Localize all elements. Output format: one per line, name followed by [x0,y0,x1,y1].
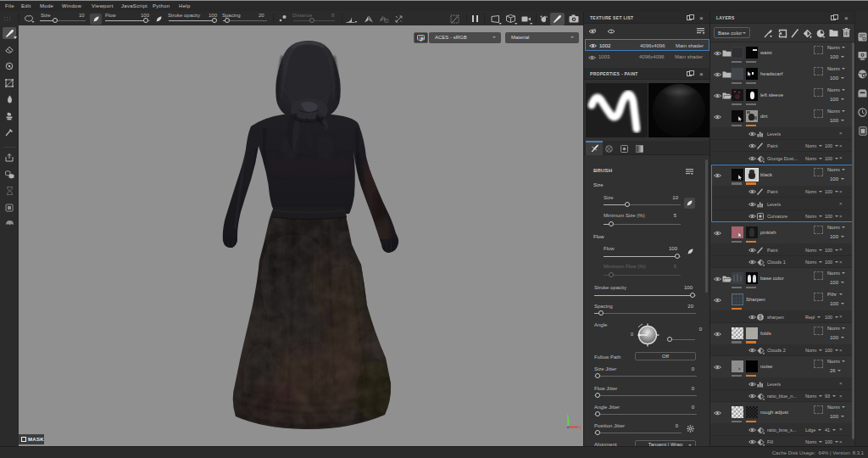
svg-text:Y: Y [566,414,570,417]
svg-text:X: X [579,425,582,430]
